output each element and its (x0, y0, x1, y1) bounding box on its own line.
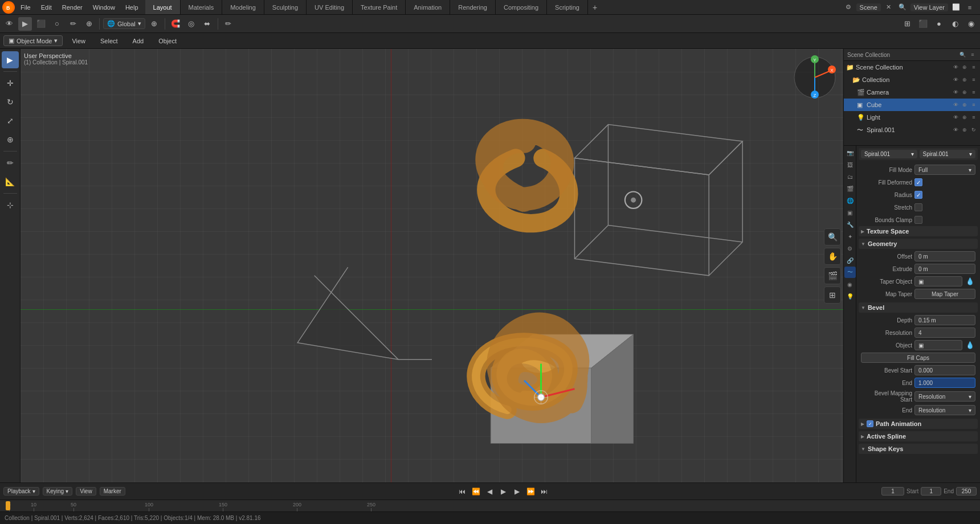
scene-selector[interactable]: Scene (856, 3, 881, 11)
select-button[interactable]: Select (95, 36, 124, 46)
toolbar-transform-icon[interactable]: ⊕ (82, 17, 96, 31)
menu-help[interactable]: Help (121, 3, 143, 12)
icon-filter[interactable]: ≡ (964, 2, 975, 13)
toolbar-view-icon[interactable]: 👁 (2, 17, 16, 31)
tab-compositing[interactable]: Compositing (496, 0, 547, 14)
outliner-item-scene-collection[interactable]: 📁 Scene Collection 👁 ⊕ ≡ (844, 61, 980, 73)
outliner-filter-cube[interactable]: ≡ (970, 101, 978, 109)
offset-value[interactable]: 0 m (914, 251, 975, 261)
tool-cursor[interactable]: ⊹ (2, 197, 19, 214)
tool-scale[interactable]: ⤢ (2, 112, 19, 129)
view-button[interactable]: View (66, 36, 91, 46)
tool-select[interactable]: ▶ (2, 51, 19, 68)
btn-next-keyframe[interactable]: ▶ (511, 486, 522, 497)
menu-render[interactable]: Render (58, 3, 87, 12)
end-value[interactable]: 250 (956, 487, 977, 496)
vp-grid[interactable]: ⊞ (824, 286, 841, 304)
timeline-playhead[interactable] (6, 501, 10, 510)
path-anim-checkbox[interactable]: ✓ (867, 420, 873, 427)
tab-add[interactable]: + (588, 2, 602, 13)
tab-uv-editing[interactable]: UV Editing (307, 0, 353, 14)
btn-next-frame[interactable]: ⏩ (525, 486, 536, 497)
outliner-cursor-light[interactable]: ⊕ (961, 113, 969, 121)
toolbar-material-icon[interactable]: ◉ (964, 17, 978, 31)
outliner-item-cube[interactable]: ▣ Cube 👁 ⊕ ≡ (844, 99, 980, 111)
vp-zoom-in[interactable]: 🔍 (824, 228, 841, 245)
btn-prev-frame[interactable]: ⏪ (470, 486, 481, 497)
vp-hand[interactable]: ✋ (824, 248, 841, 265)
add-button[interactable]: Add (127, 36, 150, 46)
toolbar-box-select-icon[interactable]: ⬛ (34, 17, 48, 31)
prop-tab-constraints[interactable]: 🔗 (844, 255, 856, 266)
toolbar-viewport-shading[interactable]: ● (932, 17, 946, 31)
tab-rendering[interactable]: Rendering (450, 0, 496, 14)
outliner-filter-spiral[interactable]: ↻ (970, 126, 978, 134)
geometry-header[interactable]: ▼ Geometry (859, 239, 978, 249)
tool-annotate[interactable]: ✏ (2, 154, 19, 171)
prop-tab-shading[interactable]: 💡 (844, 290, 856, 302)
tab-animation[interactable]: Animation (406, 0, 450, 14)
prop-obj-name-2[interactable]: Spiral.001 ▾ (920, 150, 976, 158)
outliner-cursor-cam[interactable]: ⊕ (961, 88, 969, 96)
outliner-filter-coll[interactable]: ≡ (970, 76, 978, 84)
blender-logo[interactable]: B (2, 1, 15, 14)
outliner-eye-spiral[interactable]: 👁 (952, 126, 959, 134)
texture-space-header[interactable]: ▶ Texture Space (859, 226, 978, 236)
outliner-filter-light[interactable]: ≡ (970, 113, 978, 121)
playback-select[interactable]: Playback ▾ (3, 487, 39, 496)
tab-materials[interactable]: Materials (181, 0, 223, 14)
outliner-eye-icon-coll[interactable]: 👁 (952, 76, 959, 84)
outliner-settings-btn[interactable]: ≡ (969, 51, 977, 59)
outliner-cursor-coll[interactable]: ⊕ (961, 76, 969, 84)
toolbar-rendered-icon[interactable]: ◐ (948, 17, 962, 31)
btn-jump-start[interactable]: ⏮ (456, 486, 468, 497)
icon-search[interactable]: 🔍 (897, 2, 908, 13)
outliner-filter-icon[interactable]: ≡ (970, 63, 978, 71)
prop-obj-name-1[interactable]: Spiral.001 ▾ (861, 150, 917, 158)
radius-checkbox[interactable]: ✓ (914, 191, 922, 199)
resolution-value[interactable]: 4 (914, 328, 975, 338)
outliner-item-spiral[interactable]: 〜 Spiral.001 👁 ⊕ ↻ (844, 124, 980, 136)
tool-rotate[interactable]: ↻ (2, 93, 19, 110)
fill-deformed-checkbox[interactable]: ✓ (914, 178, 922, 186)
timeline-ruler[interactable]: 1 10 50 100 150 200 (0, 500, 980, 511)
prop-tab-particles[interactable]: ✦ (844, 231, 856, 242)
btn-jump-end[interactable]: ⏭ (538, 486, 550, 497)
toolbar-pivot-icon[interactable]: ⊕ (148, 17, 161, 31)
prop-tab-material[interactable]: ◉ (844, 279, 856, 290)
tab-layout[interactable]: Layout (145, 0, 181, 14)
vp-camera[interactable]: 🎬 (824, 267, 841, 284)
fill-caps-value[interactable]: Fill Caps (861, 353, 975, 363)
menu-file[interactable]: File (16, 3, 35, 12)
stretch-checkbox[interactable] (914, 203, 922, 211)
toolbar-lasso-icon[interactable]: ✏ (66, 17, 80, 31)
prop-tab-render[interactable]: 📷 (844, 147, 856, 158)
outliner-eye-icon[interactable]: 👁 (952, 63, 959, 71)
prop-tab-modifier[interactable]: 🔧 (844, 219, 856, 230)
prop-tab-physics[interactable]: ⚙ (844, 243, 856, 254)
tool-measure[interactable]: 📐 (2, 173, 19, 190)
outliner-cursor-cube[interactable]: ⊕ (961, 101, 969, 109)
current-frame-display[interactable]: 1 (881, 487, 904, 496)
view-layer-selector[interactable]: View Layer (910, 3, 948, 11)
taper-object-value[interactable]: ▣ (914, 276, 962, 286)
outliner-eye-cube[interactable]: 👁 (952, 101, 959, 109)
path-animation-header[interactable]: ▶ ✓ Path Animation (859, 419, 978, 429)
start-value[interactable]: 1 (921, 487, 941, 496)
bevel-mapping-start-select[interactable]: Resolution ▾ (914, 391, 975, 402)
prop-tab-scene[interactable]: 🎬 (844, 183, 856, 194)
tab-modeling[interactable]: Modeling (222, 0, 264, 14)
btn-play[interactable]: ▶ (497, 486, 509, 497)
tab-sculpting[interactable]: Sculpting (264, 0, 307, 14)
tab-scripting[interactable]: Scripting (547, 0, 588, 14)
outliner-filter-cam[interactable]: ≡ (970, 88, 978, 96)
toolbar-snap-icon[interactable]: 🧲 (169, 17, 182, 31)
viewport-3d[interactable]: User Perspective (1) Collection | Spiral… (21, 49, 843, 482)
marker-select[interactable]: Marker (100, 487, 125, 496)
prop-tab-output[interactable]: 🖼 (844, 159, 856, 170)
bevel-end-value[interactable]: 1.000 (914, 378, 975, 388)
toolbar-proportional-icon[interactable]: ◎ (185, 17, 198, 31)
view-select[interactable]: View (76, 487, 96, 496)
outliner-cursor-spiral[interactable]: ⊕ (961, 126, 969, 134)
bevel-start-value[interactable]: 0.000 (914, 365, 975, 375)
